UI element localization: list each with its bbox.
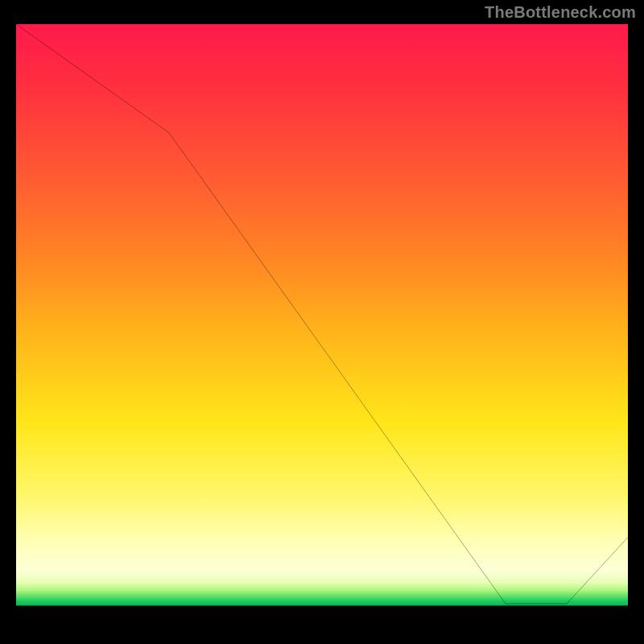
plot-area (16, 24, 628, 628)
attribution-text: TheBottleneck.com (485, 3, 636, 22)
chart-root: TheBottleneck.com (0, 0, 644, 644)
bottleneck-curve (16, 24, 628, 628)
